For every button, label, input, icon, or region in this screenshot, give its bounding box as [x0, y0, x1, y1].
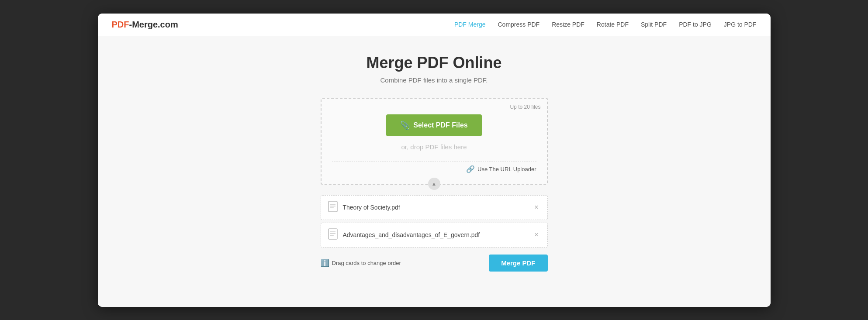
- url-uploader[interactable]: 🔗 Use The URL Uploader: [332, 161, 536, 175]
- collapse-arrow-button[interactable]: ▲: [428, 178, 440, 190]
- drop-text: or, drop PDF files here: [332, 143, 536, 151]
- nav-link-resize-pdf[interactable]: Resize PDF: [552, 21, 584, 28]
- file-card-1: Theory of Society.pdf ×: [321, 195, 548, 220]
- file-remove-button-1[interactable]: ×: [533, 203, 540, 212]
- logo: PDF-Merge.com: [112, 20, 178, 30]
- file-remove-button-2[interactable]: ×: [533, 231, 540, 239]
- drag-hint-text: Drag cards to change order: [332, 260, 401, 266]
- select-pdf-files-button[interactable]: 📎 Select PDF Files: [386, 114, 482, 136]
- logo-pdf: PDF: [112, 20, 129, 29]
- page-title: Merge PDF Online: [107, 54, 762, 72]
- nav-links: PDF Merge Compress PDF Resize PDF Rotate…: [454, 21, 757, 28]
- file-name-1: Theory of Society.pdf: [343, 204, 528, 211]
- nav-link-split-pdf[interactable]: Split PDF: [641, 21, 667, 28]
- nav-link-rotate-pdf[interactable]: Rotate PDF: [597, 21, 629, 28]
- file-card-2: Advantages_and_disadvantages_of_E_govern…: [321, 223, 548, 248]
- nav-link-pdf-to-jpg[interactable]: PDF to JPG: [679, 21, 712, 28]
- browser-window: PDF-Merge.com PDF Merge Compress PDF Res…: [98, 14, 771, 307]
- pdf-file-icon-2: [328, 228, 338, 242]
- nav-item-pdf-merge[interactable]: PDF Merge: [454, 21, 486, 28]
- nav-item-jpg-to-pdf[interactable]: JPG to PDF: [724, 21, 757, 28]
- nav-item-resize-pdf[interactable]: Resize PDF: [552, 21, 584, 28]
- link-icon: 🔗: [466, 165, 475, 173]
- nav-item-compress-pdf[interactable]: Compress PDF: [498, 21, 539, 28]
- nav-item-split-pdf[interactable]: Split PDF: [641, 21, 667, 28]
- info-icon: ℹ️: [321, 259, 329, 267]
- nav-link-jpg-to-pdf[interactable]: JPG to PDF: [724, 21, 757, 28]
- file-list: Theory of Society.pdf × Advantages_and_d…: [321, 195, 548, 248]
- paperclip-icon: 📎: [400, 120, 410, 130]
- file-name-2: Advantages_and_disadvantages_of_E_govern…: [343, 231, 528, 238]
- url-uploader-label[interactable]: Use The URL Uploader: [477, 166, 536, 172]
- nav-link-pdf-merge[interactable]: PDF Merge: [454, 21, 486, 28]
- svg-rect-0: [329, 201, 337, 212]
- select-btn-label: Select PDF Files: [413, 121, 468, 129]
- main-content: Merge PDF Online Combine PDF files into …: [98, 36, 771, 307]
- upload-limit: Up to 20 files: [510, 104, 540, 110]
- nav-link-compress-pdf[interactable]: Compress PDF: [498, 21, 539, 28]
- page-subtitle: Combine PDF files into a single PDF.: [107, 76, 762, 84]
- pdf-file-icon-1: [328, 201, 338, 214]
- navbar: PDF-Merge.com PDF Merge Compress PDF Res…: [98, 14, 771, 36]
- nav-item-pdf-to-jpg[interactable]: PDF to JPG: [679, 21, 712, 28]
- chevron-up-icon: ▲: [432, 181, 437, 187]
- upload-container: Up to 20 files 📎 Select PDF Files or, dr…: [321, 98, 548, 272]
- bottom-bar: ℹ️ Drag cards to change order Merge PDF: [321, 255, 548, 272]
- svg-rect-4: [329, 229, 337, 239]
- drag-hint: ℹ️ Drag cards to change order: [321, 259, 401, 267]
- nav-item-rotate-pdf[interactable]: Rotate PDF: [597, 21, 629, 28]
- upload-dropzone[interactable]: Up to 20 files 📎 Select PDF Files or, dr…: [321, 98, 548, 185]
- merge-pdf-button[interactable]: Merge PDF: [489, 255, 547, 272]
- logo-rest: -Merge.com: [129, 20, 178, 29]
